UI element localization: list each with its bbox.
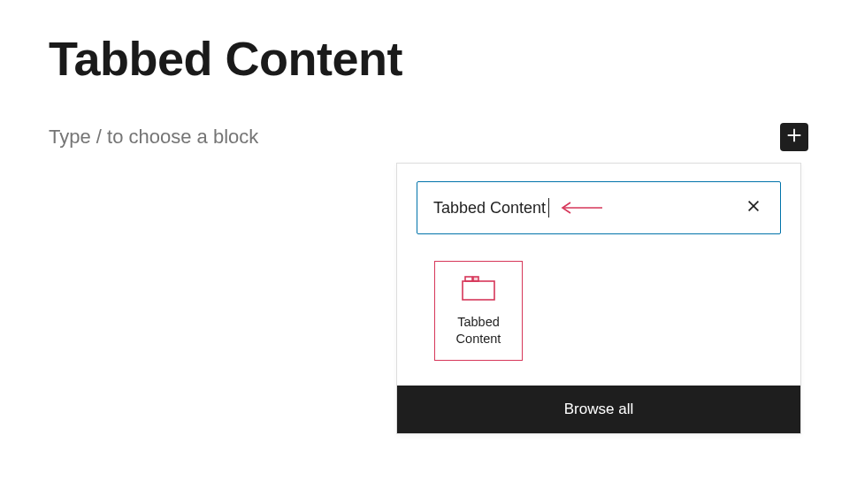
svg-rect-5	[463, 281, 494, 300]
block-result-tabbed-content[interactable]: TabbedContent	[434, 261, 523, 361]
search-area	[397, 164, 800, 248]
results-area: TabbedContent	[397, 248, 800, 386]
close-icon	[746, 198, 761, 218]
search-box[interactable]	[417, 181, 781, 234]
browse-all-button[interactable]: Browse all	[397, 386, 800, 433]
clear-search-button[interactable]	[743, 197, 764, 218]
plus-icon	[784, 126, 804, 149]
block-result-label: TabbedContent	[456, 314, 501, 346]
paragraph-block-row: Type / to choose a block	[49, 123, 808, 151]
page-title: Tabbed Content	[0, 0, 857, 86]
tabbed-content-icon	[461, 275, 496, 302]
block-placeholder-text[interactable]: Type / to choose a block	[49, 126, 258, 149]
svg-rect-6	[465, 277, 472, 281]
text-cursor	[548, 198, 549, 218]
block-inserter-panel: TabbedContent Browse all	[396, 163, 801, 434]
svg-rect-7	[473, 277, 478, 281]
search-input[interactable]	[433, 199, 548, 218]
arrow-left-icon	[560, 202, 604, 214]
add-block-button[interactable]	[780, 123, 808, 151]
